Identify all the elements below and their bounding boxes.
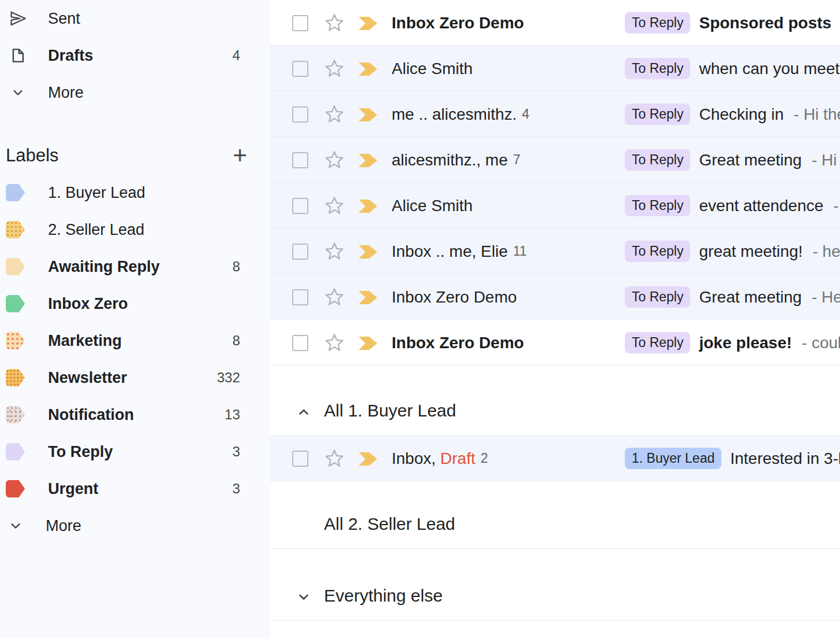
star-icon[interactable]: [324, 332, 345, 353]
star-icon[interactable]: [324, 286, 345, 307]
sidebar-item-drafts[interactable]: Drafts 4: [0, 37, 270, 74]
important-marker-icon[interactable]: [359, 290, 377, 305]
sidebar-item-more-labels[interactable]: More: [0, 507, 270, 544]
labels-title: Labels: [6, 145, 58, 166]
chevron-up-icon[interactable]: [295, 404, 312, 420]
sidebar: Sent Drafts 4 More Labels + 1. Buyer Lea…: [0, 0, 270, 638]
email-list: Inbox Zero Demo To Reply Sponsored posts…: [270, 0, 840, 638]
checkbox[interactable]: [292, 335, 308, 351]
label-name: Newsletter: [48, 369, 127, 387]
label-chip-to-reply[interactable]: To Reply: [625, 286, 690, 308]
star-icon[interactable]: [324, 12, 345, 33]
important-marker-icon[interactable]: [359, 199, 377, 213]
star-icon[interactable]: [324, 448, 345, 469]
label-tag-icon: [6, 443, 25, 460]
important-marker-icon[interactable]: [359, 153, 377, 168]
label-chip-to-reply[interactable]: To Reply: [625, 241, 690, 262]
section-title: All 2. Seller Lead: [324, 514, 455, 534]
email-row[interactable]: Inbox .. me, Elie11 To Reply great meeti…: [270, 228, 840, 274]
email-snippet: - H: [833, 197, 840, 215]
checkbox[interactable]: [292, 289, 308, 305]
sidebar-label-awaiting-reply[interactable]: Awaiting Reply 8: [0, 248, 270, 285]
label-chip-to-reply[interactable]: To Reply: [625, 149, 690, 171]
sidebar-item-more-top[interactable]: More: [0, 74, 270, 111]
label-chip-to-reply[interactable]: To Reply: [625, 12, 690, 34]
email-subject: joke please!: [699, 334, 791, 352]
sidebar-item-sent[interactable]: Sent: [0, 0, 270, 37]
sidebar-label-marketing[interactable]: Marketing 8: [0, 322, 270, 359]
chevron-down-icon[interactable]: [295, 589, 312, 605]
section-header-buyer-lead[interactable]: All 1. Buyer Lead: [270, 366, 840, 436]
checkbox[interactable]: [292, 15, 308, 31]
section-header-seller-lead: All 2. Seller Lead: [270, 481, 840, 549]
label-chip-to-reply[interactable]: To Reply: [625, 332, 690, 353]
important-marker-icon[interactable]: [359, 452, 377, 466]
sidebar-label-seller-lead[interactable]: 2. Seller Lead: [0, 211, 270, 248]
labels-header: Labels +: [0, 137, 270, 174]
sender-name: Inbox .. me, Elie: [392, 242, 508, 261]
checkbox[interactable]: [292, 106, 308, 123]
star-icon[interactable]: [324, 195, 345, 216]
email-subject: Great meeting: [699, 288, 801, 307]
sidebar-label-buyer-lead[interactable]: 1. Buyer Lead: [0, 174, 270, 211]
email-snippet: - Hey: [812, 288, 840, 307]
label-name: Marketing: [48, 332, 122, 350]
email-row[interactable]: alicesmithz., me7 To Reply Great meeting…: [270, 137, 840, 183]
email-snippet: - Hi ther: [794, 105, 840, 124]
checkbox[interactable]: [292, 198, 308, 214]
email-row[interactable]: Inbox Zero Demo To Reply Great meeting -…: [270, 274, 840, 320]
label-tag-icon: [6, 480, 25, 497]
checkbox[interactable]: [292, 152, 308, 168]
label-chip-to-reply[interactable]: To Reply: [625, 104, 690, 125]
email-row[interactable]: Alice Smith To Reply when can you meet: [270, 46, 840, 91]
label-name: To Reply: [48, 443, 113, 461]
email-row[interactable]: Inbox Zero Demo To Reply Sponsored posts…: [270, 0, 840, 46]
email-row[interactable]: Inbox Zero Demo To Reply joke please! - …: [270, 320, 840, 366]
sidebar-label-to-reply[interactable]: To Reply 3: [0, 433, 270, 470]
email-row[interactable]: Alice Smith To Reply event attendence - …: [270, 183, 840, 228]
label-chip-to-reply[interactable]: To Reply: [625, 195, 690, 216]
label-count: 3: [233, 444, 240, 460]
label-tag-icon: [6, 184, 25, 201]
sender-name: alicesmithz., me: [392, 151, 508, 169]
star-icon[interactable]: [324, 104, 345, 124]
email-row-buyer-lead[interactable]: Inbox, Draft2 1. Buyer Lead Interested i…: [270, 436, 840, 481]
chevron-down-icon: [6, 516, 25, 536]
important-marker-icon[interactable]: [359, 62, 377, 76]
sender-name: me .. alicesmithz.: [392, 105, 517, 124]
label-name: 1. Buyer Lead: [48, 184, 145, 202]
email-snippet: - could: [802, 334, 840, 352]
sidebar-item-label: Drafts: [48, 47, 93, 65]
star-icon[interactable]: [324, 149, 345, 170]
star-icon[interactable]: [324, 241, 345, 261]
email-subject: Checking in: [699, 105, 783, 124]
sidebar-label-newsletter[interactable]: Newsletter 332: [0, 359, 270, 396]
sidebar-label-inbox-zero[interactable]: Inbox Zero: [0, 285, 270, 322]
important-marker-icon[interactable]: [359, 16, 377, 31]
thread-count: 2: [481, 451, 488, 466]
important-marker-icon[interactable]: [359, 336, 377, 351]
email-subject: great meeting!: [699, 242, 802, 261]
thread-count: 7: [513, 152, 521, 168]
checkbox[interactable]: [292, 451, 308, 467]
sidebar-label-notification[interactable]: Notification 13: [0, 396, 270, 433]
label-chip-to-reply[interactable]: To Reply: [625, 58, 690, 79]
important-marker-icon[interactable]: [359, 245, 377, 259]
important-marker-icon[interactable]: [359, 108, 377, 122]
plus-icon[interactable]: +: [233, 143, 247, 168]
email-subject: Great meeting: [699, 151, 801, 169]
email-row[interactable]: me .. alicesmithz.4 To Reply Checking in…: [270, 91, 840, 137]
sidebar-item-label: More: [48, 84, 84, 102]
email-snippet: - hey: [812, 242, 840, 261]
draft-icon: [8, 46, 28, 65]
sidebar-label-urgent[interactable]: Urgent 3: [0, 470, 270, 507]
label-count: 8: [233, 333, 240, 349]
label-name: Awaiting Reply: [48, 258, 160, 276]
section-header-everything-else[interactable]: Everything else: [270, 549, 840, 621]
section-title: All 1. Buyer Lead: [324, 400, 456, 421]
label-chip-buyer-lead[interactable]: 1. Buyer Lead: [625, 448, 721, 469]
star-icon[interactable]: [324, 58, 345, 79]
sidebar-item-label: Sent: [48, 10, 80, 28]
checkbox[interactable]: [292, 61, 308, 77]
checkbox[interactable]: [292, 244, 308, 260]
